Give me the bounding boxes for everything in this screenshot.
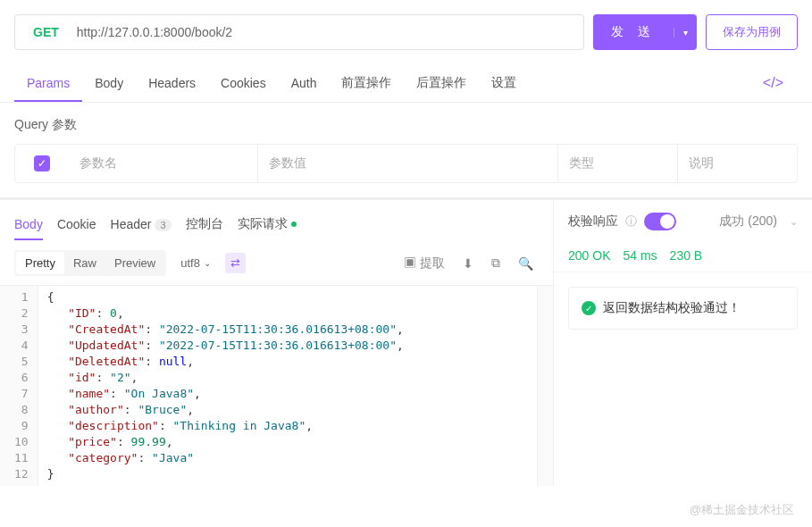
tab-auth[interactable]: Auth: [279, 65, 330, 101]
url-input[interactable]: [77, 25, 583, 39]
view-mode-pretty[interactable]: Pretty: [16, 252, 64, 274]
status-code: 200 OK: [568, 248, 610, 263]
code-line: }: [47, 466, 544, 482]
query-params-title: Query 参数: [14, 117, 798, 133]
chevron-down-icon: ⌄: [204, 258, 211, 268]
param-type-input[interactable]: 类型: [557, 145, 677, 182]
resp-tab-actual-request[interactable]: 实际请求: [238, 211, 297, 241]
resp-tab-console[interactable]: 控制台: [186, 211, 223, 241]
tab-body[interactable]: Body: [82, 65, 136, 101]
http-method[interactable]: GET: [15, 25, 77, 39]
view-mode-preview[interactable]: Preview: [105, 252, 164, 274]
search-icon[interactable]: 🔍: [513, 256, 539, 271]
code-line: {: [47, 289, 544, 305]
save-as-case-button[interactable]: 保存为用例: [706, 14, 798, 50]
code-line: "name": "On Java8",: [47, 386, 544, 402]
response-body-viewer: 123456789101112 { "ID": 0, "CreatedAt": …: [0, 285, 553, 486]
chevron-down-icon: ⌄: [790, 216, 798, 228]
code-line: "UpdatedAt": "2022-07-15T11:30:36.016613…: [47, 338, 544, 354]
help-icon[interactable]: ⓘ: [625, 213, 637, 230]
tab-params[interactable]: Params: [14, 65, 82, 101]
resp-tab-header[interactable]: Header3: [111, 212, 172, 240]
filter-icon[interactable]: ⇄: [225, 253, 246, 273]
check-circle-icon: ✓: [582, 301, 596, 315]
scrollbar[interactable]: [537, 286, 553, 486]
view-mode-raw[interactable]: Raw: [64, 252, 105, 274]
send-button-group: 发 送 ▾: [593, 14, 697, 50]
params-checkbox-cell: ✓: [15, 145, 69, 182]
validate-toggle[interactable]: [644, 213, 676, 230]
param-desc-input[interactable]: 说明: [677, 145, 797, 182]
validate-response-label: 校验响应: [568, 213, 618, 230]
tab-设置[interactable]: 设置: [479, 64, 529, 102]
resp-tab-cookie[interactable]: Cookie: [57, 212, 96, 240]
tab-headers[interactable]: Headers: [136, 65, 208, 101]
resp-tab-body[interactable]: Body: [14, 212, 43, 240]
download-icon[interactable]: ⬇: [457, 256, 479, 271]
send-dropdown[interactable]: ▾: [674, 28, 697, 38]
response-status-line: 200 OK 54 ms 230 B: [554, 239, 812, 272]
param-value-input[interactable]: 参数值: [257, 145, 557, 182]
code-icon[interactable]: </>: [749, 75, 798, 91]
send-button[interactable]: 发 送: [593, 24, 674, 40]
params-checkbox[interactable]: ✓: [34, 155, 50, 171]
method-url-bar: GET: [14, 14, 584, 50]
view-mode-switch: Pretty Raw Preview: [14, 250, 166, 276]
code-line: "ID": 0,: [47, 305, 544, 322]
code-line: "description": "Thinking in Java8",: [47, 418, 544, 434]
code-line: "author": "Bruce",: [47, 402, 544, 418]
response-time: 54 ms: [623, 248, 657, 263]
code-line: "price": 99.99,: [47, 434, 544, 450]
config-tabs: ParamsBodyHeadersCookiesAuth前置操作后置操作设置 <…: [0, 64, 812, 103]
dot-indicator-icon: [291, 222, 297, 227]
tab-cookies[interactable]: Cookies: [208, 65, 279, 101]
code-line: "DeletedAt": null,: [47, 354, 544, 370]
params-table: ✓ 参数名 参数值 类型 说明: [14, 144, 798, 183]
copy-icon[interactable]: ⧉: [486, 255, 506, 271]
extract-button[interactable]: ▣ 提取: [398, 255, 450, 272]
encoding-select[interactable]: utf8 ⌄: [180, 256, 211, 270]
tab-后置操作[interactable]: 后置操作: [404, 64, 479, 102]
response-size: 230 B: [670, 248, 703, 263]
validation-result: ✓ 返回数据结构校验通过！: [568, 287, 798, 330]
code-line: "id": "2",: [47, 370, 544, 386]
tab-前置操作[interactable]: 前置操作: [329, 64, 404, 102]
code-line: "category": "Java": [47, 450, 544, 466]
param-name-input[interactable]: 参数名: [69, 145, 257, 182]
status-label[interactable]: 成功 (200): [719, 213, 777, 230]
code-line: "CreatedAt": "2022-07-15T11:30:36.016613…: [47, 322, 544, 338]
validation-message: 返回数据结构校验通过！: [603, 300, 741, 316]
